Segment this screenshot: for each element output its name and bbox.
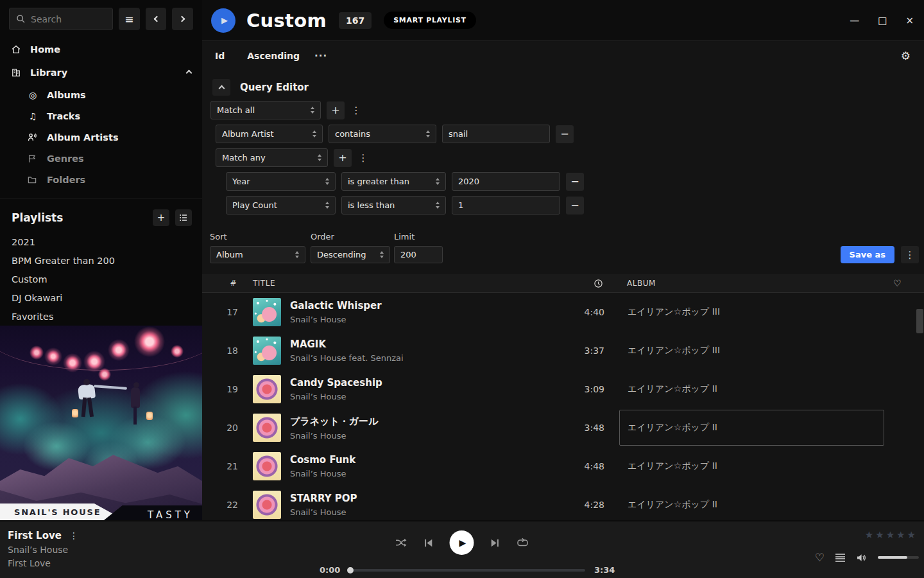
table-row[interactable]: 20 プラネット・ガール Snail’s House 3:48 エイリアン☆ポッ… bbox=[202, 408, 924, 447]
playlist-item[interactable]: Custom bbox=[12, 270, 191, 288]
rule-operator-select[interactable]: contains bbox=[329, 125, 436, 143]
now-playing-options-button[interactable]: ⋮ bbox=[69, 530, 78, 541]
table-row[interactable]: 18 MAGIK Snail’s House feat. Sennzai 3:3… bbox=[202, 331, 924, 370]
track-artist: Snail’s House bbox=[290, 469, 567, 478]
add-rule-button[interactable]: + bbox=[327, 101, 345, 119]
playlist-item[interactable]: Favorites bbox=[12, 307, 191, 326]
track-album[interactable]: エイリアン☆ポップ II bbox=[619, 371, 884, 407]
rule-field-select[interactable]: Year bbox=[226, 172, 336, 191]
star-icon[interactable]: ★ bbox=[886, 529, 894, 541]
scrollbar-thumb[interactable] bbox=[916, 309, 923, 333]
repeat-button[interactable] bbox=[517, 538, 529, 548]
now-playing-title[interactable]: First Love bbox=[8, 530, 62, 541]
rule-field-select[interactable]: Album Artist bbox=[216, 125, 323, 143]
star-icon[interactable]: ★ bbox=[865, 529, 873, 541]
sidebar-item-tracks[interactable]: ♫ Tracks bbox=[27, 105, 202, 127]
column-header-favorite[interactable]: ♡ bbox=[886, 278, 924, 288]
playlist-item[interactable]: DJ Okawari bbox=[12, 288, 191, 307]
star-icon[interactable]: ★ bbox=[907, 529, 916, 541]
table-row[interactable]: 22 STARRY POP Snail’s House 4:28 エイリアン☆ポ… bbox=[202, 486, 924, 520]
sidebar-item-label: Tracks bbox=[47, 111, 80, 121]
rule-value-input[interactable] bbox=[442, 125, 550, 143]
remove-rule-button[interactable]: − bbox=[566, 197, 584, 215]
match-any-select[interactable]: Match any bbox=[216, 148, 328, 167]
plus-icon: + bbox=[331, 104, 339, 116]
list-icon bbox=[179, 213, 188, 222]
rule-operator-select[interactable]: is less than bbox=[341, 196, 446, 215]
table-row[interactable]: 19 Candy Spaceship Snail’s House 3:09 エイ… bbox=[202, 370, 924, 408]
previous-track-button[interactable] bbox=[424, 538, 434, 548]
sidebar-item-albums[interactable]: ◎ Albums bbox=[27, 84, 202, 105]
next-track-button[interactable] bbox=[490, 538, 501, 548]
column-header-duration[interactable] bbox=[567, 279, 606, 288]
shuffle-button[interactable] bbox=[395, 538, 407, 548]
volume-slider[interactable] bbox=[878, 556, 919, 559]
rule-value-input[interactable] bbox=[452, 196, 560, 215]
minimize-button[interactable]: — bbox=[850, 15, 859, 26]
rule-field-select[interactable]: Play Count bbox=[226, 196, 336, 215]
remove-rule-button[interactable]: − bbox=[566, 173, 584, 191]
search-input[interactable] bbox=[31, 14, 106, 24]
track-album[interactable]: エイリアン☆ポップ III bbox=[619, 294, 884, 330]
track-album[interactable]: エイリアン☆ポップ III bbox=[619, 333, 884, 369]
progress-slider[interactable] bbox=[348, 569, 585, 572]
track-album[interactable]: エイリアン☆ポップ II bbox=[619, 487, 884, 520]
search-box[interactable] bbox=[9, 8, 113, 30]
heart-icon: ♡ bbox=[893, 278, 902, 288]
play-pause-button[interactable]: ▶ bbox=[450, 530, 474, 555]
collapse-query-editor-button[interactable] bbox=[212, 79, 230, 96]
play-playlist-button[interactable]: ▶ bbox=[211, 8, 235, 33]
column-header-title[interactable]: TITLE bbox=[243, 279, 567, 288]
close-button[interactable]: × bbox=[905, 15, 914, 26]
favorite-button[interactable]: ♡ bbox=[815, 551, 825, 564]
sidebar-item-genres[interactable]: Genres bbox=[27, 148, 202, 169]
match-all-select[interactable]: Match all bbox=[210, 101, 321, 119]
more-options-button[interactable]: ··· bbox=[314, 50, 327, 62]
group-options-button[interactable]: ⋮ bbox=[357, 152, 369, 164]
sidebar-item-label: Genres bbox=[47, 153, 84, 164]
group-options-button[interactable]: ⋮ bbox=[350, 105, 362, 116]
track-title: MAGIK bbox=[290, 338, 567, 350]
star-icon[interactable]: ★ bbox=[896, 529, 905, 541]
library-sublist: ◎ Albums ♫ Tracks Album Artists bbox=[0, 84, 202, 190]
sort-direction-button[interactable]: Ascending bbox=[247, 51, 300, 61]
queue-button[interactable] bbox=[835, 554, 845, 561]
table-row[interactable]: 21 Cosmo Funk Snail’s House 4:48 エイリアン☆ポ… bbox=[202, 447, 924, 486]
settings-gear-icon[interactable]: ⚙ bbox=[901, 49, 911, 62]
order-select[interactable]: Descending bbox=[311, 246, 390, 263]
sort-select[interactable]: Album bbox=[210, 246, 305, 263]
back-button[interactable] bbox=[146, 8, 167, 30]
menu-button[interactable]: ≡ bbox=[119, 8, 140, 30]
add-playlist-button[interactable]: + bbox=[153, 209, 169, 226]
rule-operator-select[interactable]: is greater than bbox=[341, 172, 446, 191]
progress-knob[interactable] bbox=[347, 567, 354, 574]
forward-button[interactable] bbox=[172, 8, 193, 30]
sort-field-button[interactable]: Id bbox=[215, 51, 225, 61]
sidebar-item-folders[interactable]: Folders bbox=[27, 169, 202, 190]
progress-section: 0:00 3:34 bbox=[320, 565, 613, 575]
track-album[interactable]: エイリアン☆ポップ II bbox=[619, 448, 884, 484]
limit-input[interactable] bbox=[394, 246, 443, 263]
track-number: 22 bbox=[202, 500, 243, 510]
playlist-item[interactable]: BPM Greater than 200 bbox=[12, 251, 191, 270]
playlist-list-button[interactable] bbox=[175, 209, 192, 226]
maximize-button[interactable]: □ bbox=[878, 15, 887, 26]
star-icon[interactable]: ★ bbox=[875, 529, 884, 541]
rule-value-input[interactable] bbox=[452, 172, 560, 191]
column-header-album[interactable]: ALBUM bbox=[620, 279, 886, 288]
save-options-button[interactable]: ⋮ bbox=[901, 246, 919, 263]
sidebar-item-album-artists[interactable]: Album Artists bbox=[27, 127, 202, 148]
track-album-focused[interactable]: エイリアン☆ポップ II bbox=[619, 410, 884, 446]
collapse-chevron-icon[interactable] bbox=[186, 69, 193, 76]
volume-icon[interactable] bbox=[856, 553, 867, 563]
now-playing-album[interactable]: First Love bbox=[8, 558, 78, 568]
add-rule-button[interactable]: + bbox=[334, 149, 352, 167]
now-playing-artist[interactable]: Snail’s House bbox=[8, 545, 78, 555]
remove-rule-button[interactable]: − bbox=[556, 125, 574, 143]
save-as-button[interactable]: Save as bbox=[841, 246, 894, 263]
sidebar-item-home[interactable]: Home bbox=[0, 38, 202, 61]
sidebar-item-library[interactable]: Library bbox=[0, 61, 202, 84]
playlist-item[interactable]: 2021 bbox=[12, 232, 191, 251]
table-row[interactable]: 17 Galactic Whisper Snail’s House 4:40 エ… bbox=[202, 293, 924, 331]
column-header-number[interactable]: # bbox=[202, 279, 243, 288]
